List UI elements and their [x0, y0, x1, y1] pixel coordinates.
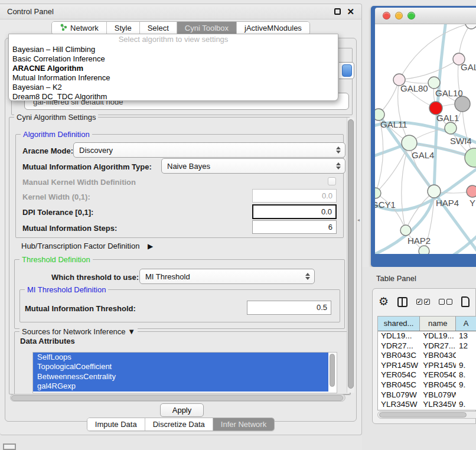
- combobox-arrows-icon: [305, 273, 310, 280]
- attribute-list-item[interactable]: gal4RGexp: [33, 381, 328, 391]
- dpi-tolerance-field[interactable]: 0.0: [252, 204, 337, 219]
- attribute-list-item[interactable]: TopologicalCoefficient: [33, 362, 328, 371]
- table-hscrollbar-track[interactable]: [377, 411, 476, 419]
- tab-impute-data[interactable]: Impute Data: [87, 418, 145, 431]
- mi-algorithm-type-combobox[interactable]: Naive Bayes: [161, 158, 345, 174]
- table-row[interactable]: YPR145WYPR145W9.: [378, 361, 476, 371]
- combobox-arrows-icon: [342, 64, 352, 77]
- collapse-arrow-icon: ▼: [128, 327, 135, 336]
- aracne-mode-value: Discovery: [79, 146, 113, 155]
- table-row[interactable]: YIL052CYIL052C9.: [378, 410, 476, 410]
- network-view-window: GALGAL80GAL10GAL1GAL11GAL4SWI4HAP4YGCY1H…: [371, 6, 476, 267]
- which-threshold-combobox[interactable]: MI Threshold: [139, 269, 315, 284]
- sources-title[interactable]: Sources for Network Inference ▼: [19, 327, 138, 336]
- mi-algorithm-type-label: Mutual Information Algorithm Type:: [22, 162, 152, 171]
- tab-style[interactable]: Style: [107, 22, 140, 34]
- export-table-icon[interactable]: [461, 296, 470, 307]
- threshold-definition-title: Threshold Definition: [19, 255, 93, 264]
- tab-jactivemnodules[interactable]: jActiveMNodules: [237, 22, 309, 34]
- network-node[interactable]: [455, 96, 470, 112]
- dropdown-item[interactable]: Bayesian – K2: [9, 83, 338, 92]
- network-node[interactable]: [428, 77, 440, 89]
- table-cell: YLR345W: [378, 400, 420, 410]
- table-row[interactable]: YBR045CYBR045C9.: [378, 380, 476, 390]
- network-edge-thick: [445, 231, 476, 254]
- mi-threshold-group: MI Threshold Definition Mutual Informati…: [19, 289, 340, 322]
- table-row[interactable]: YER054CYER054C8.: [378, 370, 476, 380]
- table-cell: YPR145W: [378, 361, 420, 371]
- attribute-list-item[interactable]: BetweennessCentrality: [33, 372, 328, 381]
- network-node[interactable]: [375, 188, 381, 198]
- tab-cyni-toolbox[interactable]: Cyni Toolbox: [177, 22, 237, 34]
- close-traffic-light-icon[interactable]: [383, 12, 390, 19]
- top-tab-bar: NetworkStyleSelectCyni ToolboxjActiveMNo…: [0, 21, 361, 35]
- network-node[interactable]: [375, 109, 384, 120]
- mi-threshold-field[interactable]: 0.5: [247, 301, 331, 315]
- network-window-titlebar[interactable]: [375, 8, 476, 24]
- table-cell: YBR045C: [420, 380, 456, 390]
- settings-hscrollbar-thumb[interactable]: [11, 395, 343, 401]
- settings-vscrollbar-thumb[interactable]: [348, 119, 354, 389]
- dropdown-item[interactable]: ARACNE Algorithm: [9, 64, 338, 73]
- network-tab-icon: [60, 24, 67, 33]
- node-table: shared...nameA YDL19...YDL19...13YDR27..…: [377, 316, 476, 410]
- network-node[interactable]: [419, 246, 429, 254]
- aracne-mode-combobox[interactable]: Discovery: [73, 142, 345, 158]
- minimize-traffic-light-icon[interactable]: [395, 12, 403, 19]
- network-node[interactable]: [402, 135, 417, 151]
- float-panel-icon[interactable]: [334, 8, 341, 15]
- algorithm-combobox-fragment[interactable]: [339, 62, 354, 79]
- table-row[interactable]: YDR27...YDR27...12: [378, 341, 476, 351]
- columns-icon[interactable]: [397, 297, 407, 307]
- data-attributes-list[interactable]: SelfLoopsTopologicalCoefficientBetweenne…: [32, 352, 337, 393]
- network-node[interactable]: [428, 185, 441, 198]
- network-node[interactable]: [445, 122, 457, 134]
- mi-threshold-label: Mutual Information Threshold:: [25, 304, 136, 313]
- zoom-traffic-light-icon[interactable]: [407, 12, 415, 19]
- select-all-icon[interactable]: ✓ ✓: [416, 299, 430, 305]
- tab-network[interactable]: Network: [52, 22, 107, 34]
- tab-infer-network[interactable]: Infer Network: [213, 418, 274, 431]
- deselect-all-icon[interactable]: [439, 299, 452, 305]
- column-header-2[interactable]: name: [420, 317, 456, 331]
- panel-resize-handle[interactable]: ◂: [357, 217, 361, 223]
- mi-steps-field[interactable]: 6: [252, 220, 337, 234]
- gear-icon[interactable]: ⚙: [379, 296, 389, 308]
- tab-label: Cyni Toolbox: [185, 24, 229, 32]
- table-hscrollbar-thumb[interactable]: [379, 412, 467, 418]
- tab-discretize-data[interactable]: Discretize Data: [145, 418, 213, 431]
- table-row[interactable]: YBR043CYBR043C: [378, 351, 476, 361]
- close-panel-icon[interactable]: ✕: [347, 8, 354, 15]
- table-row[interactable]: YDL19...YDL19...13: [378, 331, 476, 341]
- tab-label: jActiveMNodules: [244, 24, 302, 32]
- dropdown-item[interactable]: Bayesian – Hill Climbing: [9, 45, 338, 54]
- manual-kernel-width-checkbox[interactable]: [328, 177, 336, 185]
- network-node[interactable]: [467, 185, 476, 197]
- column-header-3[interactable]: A: [456, 317, 476, 331]
- dropdown-item[interactable]: Mutual Information Inference: [9, 73, 338, 83]
- table-row[interactable]: YLR345WYLR345W9.: [378, 400, 476, 410]
- table-panel-title: Table Panel: [376, 274, 416, 283]
- network-edge: [376, 193, 406, 230]
- tab-select[interactable]: Select: [140, 22, 177, 34]
- table-row[interactable]: YBL079WYBL079W: [378, 390, 476, 400]
- apply-button[interactable]: Apply: [160, 403, 204, 417]
- network-node[interactable]: [400, 225, 411, 236]
- node-label-gcy1: GCY1: [375, 200, 396, 210]
- settings-vscrollbar-track[interactable]: [347, 118, 354, 393]
- network-node[interactable]: [465, 24, 476, 29]
- settings-hscrollbar-track[interactable]: [10, 394, 345, 402]
- hub-definition-expander[interactable]: Hub/Transcription Factor Definition ▶: [21, 242, 153, 250]
- table-cell: YIL052C: [378, 410, 420, 410]
- dropdown-item[interactable]: Dream8 DC_TDC Algorithm: [9, 92, 338, 102]
- kernel-width-field[interactable]: 0.0: [252, 189, 337, 203]
- column-header-1[interactable]: shared...: [378, 317, 420, 331]
- tab-label: Network: [70, 24, 99, 32]
- attribute-list-item[interactable]: SelfLoops: [33, 353, 328, 362]
- partial-bottom-icon[interactable]: [3, 444, 16, 450]
- node-label-y: Y: [470, 198, 475, 208]
- table-cell: YDL19...: [378, 331, 420, 341]
- dropdown-item[interactable]: Basic Correlation Inference: [9, 54, 338, 64]
- network-canvas[interactable]: GALGAL80GAL10GAL1GAL11GAL4SWI4HAP4YGCY1H…: [375, 24, 476, 254]
- list-scrollbar-thumb[interactable]: [330, 354, 335, 387]
